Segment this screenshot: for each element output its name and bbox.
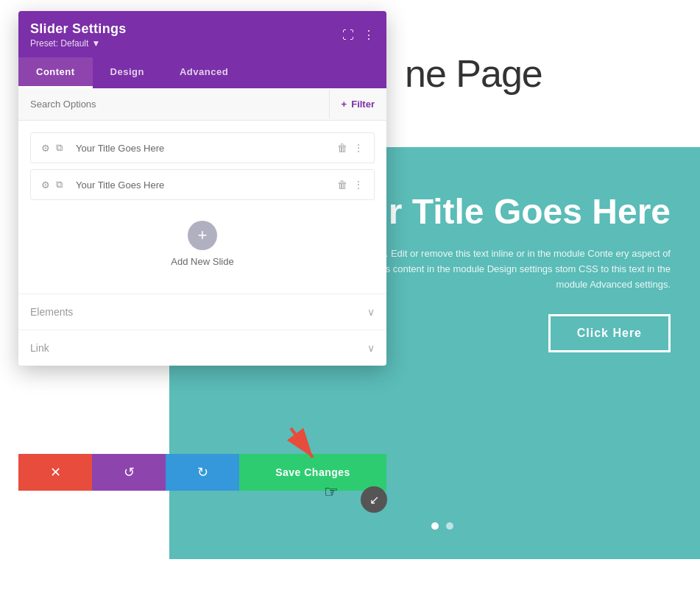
slide-body-text: re. Edit or remove this text inline or i… [361, 246, 671, 292]
elements-section[interactable]: Elements ∨ [18, 294, 386, 330]
add-circle-icon: + [188, 221, 217, 250]
more-icon-2[interactable]: ⋮ [353, 179, 364, 191]
filter-icon: + [342, 99, 347, 110]
filter-button[interactable]: + Filter [329, 90, 386, 118]
discard-icon: ✕ [50, 464, 61, 480]
panel-title: Slider Settings [30, 21, 127, 37]
more-options-icon[interactable]: ⋮ [363, 28, 375, 42]
page-title-partial: ne Page [405, 51, 542, 96]
link-section[interactable]: Link ∨ [18, 330, 386, 366]
tab-advanced[interactable]: Advanced [162, 57, 246, 88]
settings-icon-2[interactable]: ⚙ [41, 180, 50, 191]
panel-header: Slider Settings Preset: Default ▼ ⛶ ⋮ [18, 11, 386, 57]
discard-button[interactable]: ✕ [18, 454, 92, 491]
tab-bar: Content Design Advanced [18, 57, 386, 88]
elements-label: Elements [30, 306, 73, 318]
click-here-button[interactable]: Click Here [548, 314, 671, 352]
slide-item-1: ⚙ ⧉ Your Title Goes Here 🗑 ⋮ [30, 132, 375, 163]
settings-icon-1[interactable]: ⚙ [41, 143, 50, 154]
slide-dots [431, 522, 453, 530]
search-bar: + Filter [18, 88, 386, 121]
arrow-overlay [283, 424, 328, 469]
settings-panel: Slider Settings Preset: Default ▼ ⛶ ⋮ Co… [18, 11, 386, 366]
cursor-hand: ☞ [324, 483, 339, 502]
slide-item-1-icons: ⚙ ⧉ [41, 142, 63, 154]
copy-icon-1[interactable]: ⧉ [56, 142, 63, 154]
elements-chevron-icon: ∨ [367, 306, 375, 318]
dot-2 [446, 522, 453, 530]
panel-title-area: Slider Settings Preset: Default ▼ [30, 21, 127, 49]
link-label: Link [30, 342, 49, 354]
slide-item-2: ⚙ ⧉ Your Title Goes Here 🗑 ⋮ [30, 169, 375, 200]
panel-content: ⚙ ⧉ Your Title Goes Here 🗑 ⋮ ⚙ ⧉ Your Ti… [18, 121, 386, 294]
copy-icon-2[interactable]: ⧉ [56, 179, 63, 191]
undo-button[interactable]: ↺ [92, 454, 166, 491]
panel-preset[interactable]: Preset: Default ▼ [30, 38, 127, 49]
dot-1 [431, 522, 439, 530]
slide-title: ur Title Goes Here [367, 191, 671, 232]
tab-content[interactable]: Content [18, 57, 93, 88]
delete-icon-2[interactable]: 🗑 [337, 179, 347, 191]
more-icon-1[interactable]: ⋮ [353, 142, 364, 154]
slide-item-2-icons: ⚙ ⧉ [41, 179, 63, 191]
slide-item-1-actions: 🗑 ⋮ [337, 142, 364, 154]
slide-item-2-title: Your Title Goes Here [76, 180, 330, 191]
redo-button[interactable]: ↻ [166, 454, 239, 491]
add-slide-label: Add New Slide [171, 256, 233, 267]
add-new-slide[interactable]: + Add New Slide [30, 206, 375, 282]
redo-icon: ↻ [197, 464, 208, 480]
search-input[interactable] [18, 88, 329, 120]
expand-icon[interactable]: ⛶ [342, 29, 354, 42]
panel-header-icons: ⛶ ⋮ [342, 28, 375, 42]
undo-icon: ↺ [124, 464, 135, 480]
tab-design[interactable]: Design [93, 57, 162, 88]
svg-line-1 [291, 428, 313, 458]
slide-item-1-title: Your Title Goes Here [76, 143, 330, 154]
diagonal-arrow-icon[interactable]: ↙ [361, 486, 387, 513]
filter-label: Filter [351, 99, 375, 110]
slide-item-2-actions: 🗑 ⋮ [337, 179, 364, 191]
delete-icon-1[interactable]: 🗑 [337, 142, 347, 154]
link-chevron-icon: ∨ [367, 342, 375, 354]
